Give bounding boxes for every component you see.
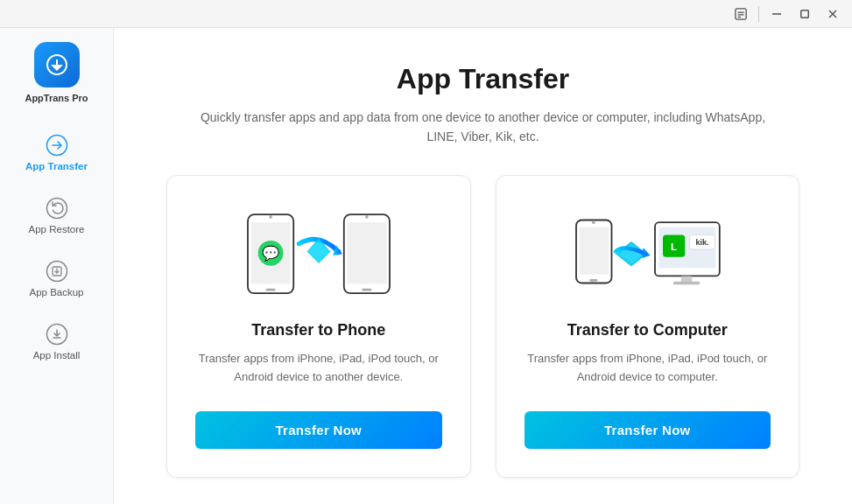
close-button[interactable] (820, 2, 845, 26)
svg-rect-17 (265, 289, 275, 291)
page-title: App Transfer (397, 63, 569, 95)
transfer-to-computer-button[interactable]: Transfer Now (525, 411, 771, 449)
svg-point-9 (46, 199, 67, 219)
help-button[interactable] (729, 2, 753, 26)
svg-point-29 (592, 220, 595, 224)
svg-text:L: L (671, 240, 677, 251)
svg-marker-33 (643, 248, 651, 258)
sidebar-item-app-backup[interactable]: App Backup (7, 248, 106, 308)
app-body: AppTrans Pro App Transfer App Restore (0, 28, 852, 504)
svg-rect-0 (736, 8, 746, 18)
svg-rect-24 (347, 222, 386, 284)
svg-rect-40 (681, 276, 693, 282)
cards-row: 💬 (166, 175, 799, 478)
page-subtitle: Quickly transfer apps and app data from … (194, 108, 772, 147)
transfer-to-phone-button[interactable]: Transfer Now (195, 411, 442, 449)
sidebar-item-app-transfer[interactable]: App Transfer (7, 122, 106, 182)
main-content: App Transfer Quickly transfer apps and a… (114, 28, 852, 504)
card-transfer-computer-desc: Transfer apps from iPhone, iPad, iPod to… (525, 350, 771, 387)
card-transfer-phone-desc: Transfer apps from iPhone, iPad, iPod to… (195, 350, 442, 387)
svg-point-16 (269, 215, 272, 219)
title-bar-divider (758, 6, 759, 22)
app-logo: AppTrans Pro (25, 42, 88, 103)
maximize-button[interactable] (792, 2, 817, 26)
sidebar-item-app-transfer-label: App Transfer (25, 161, 88, 172)
svg-rect-5 (801, 10, 809, 18)
logo-icon (34, 42, 80, 88)
app-install-icon (45, 322, 69, 346)
transfer-to-computer-card: L kik. Transfer to Computer Transfer app… (496, 175, 800, 478)
title-bar (0, 0, 852, 28)
minimize-button[interactable] (764, 2, 789, 26)
sidebar-item-app-install-label: App Install (33, 350, 81, 360)
app-backup-icon (45, 259, 69, 284)
svg-rect-30 (590, 279, 598, 282)
card-transfer-phone-title: Transfer to Phone (251, 321, 385, 340)
sidebar-item-app-install[interactable]: App Install (7, 312, 106, 371)
svg-rect-41 (673, 281, 701, 284)
sidebar-item-app-restore[interactable]: App Restore (7, 186, 106, 245)
sidebar: AppTrans Pro App Transfer App Restore (0, 28, 114, 504)
app-transfer-icon (45, 133, 69, 158)
svg-text:kik.: kik. (696, 238, 709, 247)
svg-rect-28 (580, 227, 609, 274)
transfer-to-computer-illustration: L kik. (568, 207, 726, 304)
transfer-to-phone-illustration: 💬 (240, 207, 398, 304)
svg-point-25 (365, 215, 369, 219)
logo-text: AppTrans Pro (25, 93, 88, 103)
sidebar-item-app-restore-label: App Restore (29, 224, 85, 234)
sidebar-item-app-backup-label: App Backup (29, 287, 83, 298)
card-transfer-computer-title: Transfer to Computer (567, 321, 728, 340)
svg-text:💬: 💬 (262, 243, 280, 262)
app-restore-icon (45, 196, 69, 220)
svg-rect-26 (362, 289, 371, 291)
transfer-to-phone-card: 💬 (166, 175, 471, 478)
